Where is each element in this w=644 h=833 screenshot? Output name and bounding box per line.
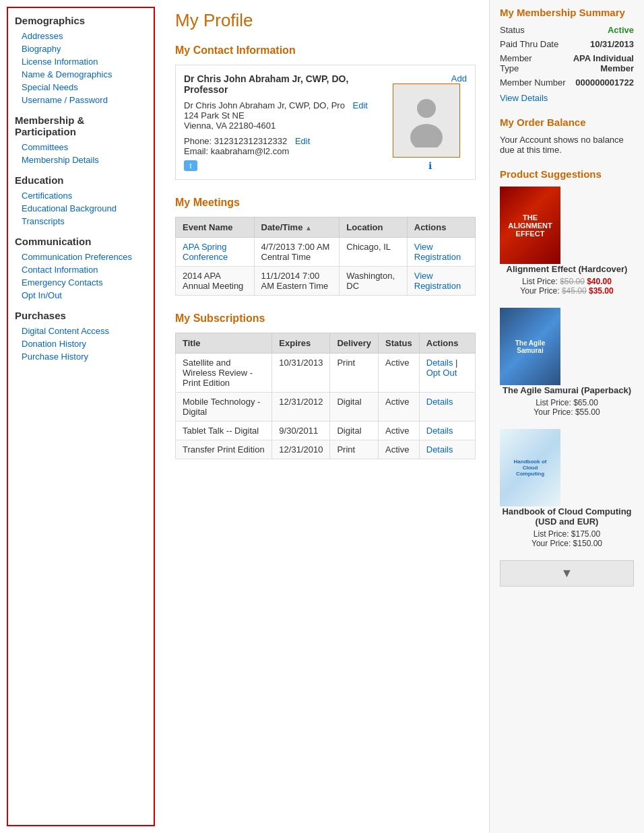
sub-col-title: Title [176, 333, 272, 354]
paid-thru-row: Paid Thru Date 10/31/2013 [500, 39, 634, 49]
add-photo-link[interactable]: Add [451, 73, 467, 84]
contact-box: Dr Chris John Abraham Jr, CWP, DO, Profe… [175, 65, 476, 180]
subscriptions-table: Title Expires Delivery Status Actions Sa… [175, 333, 476, 459]
contact-name: Dr Chris John Abraham Jr, CWP, DO, Profe… [184, 73, 383, 95]
page-title: My Profile [175, 10, 476, 31]
sub-title: Mobile Technology - Digital [176, 393, 272, 422]
status-label: Status [500, 25, 525, 35]
sidebar-item-purchase-history[interactable]: Purchase History [15, 350, 147, 363]
order-balance-title: My Order Balance [500, 116, 634, 128]
sidebar-item-digital-content-access[interactable]: Digital Content Access [15, 325, 147, 337]
sidebar-section-title-membership-&-participation: Membership & Participation [15, 114, 147, 137]
sidebar-item-transcripts[interactable]: Transcripts [15, 215, 147, 228]
sub-action-link-details[interactable]: Details [426, 397, 453, 407]
sub-status: Active [379, 393, 420, 422]
contact-details: Dr Chris John Abraham Jr, CWP, DO, Profe… [184, 73, 383, 171]
product-suggestions-section: Product Suggestions THEALIGNMENTEFFECT A… [500, 168, 634, 587]
product-suggestions-title: Product Suggestions [500, 168, 634, 180]
sidebar-item-username-password[interactable]: Username / Password [15, 94, 147, 106]
address-line2: 124 Park St NE [184, 110, 245, 121]
product-alignment-image: THEALIGNMENTEFFECT [500, 187, 560, 264]
sub-status: Active [379, 440, 420, 459]
meetings-table: Event Name Date/Time ▲ Location Actions … [175, 217, 476, 296]
sub-expires: 12/31/2010 [272, 440, 330, 459]
member-type-row: Member Type APA Individual Member [500, 53, 634, 73]
meeting-action: View Registration [407, 267, 475, 296]
svg-point-1 [410, 124, 443, 147]
contact-section: My Contact Information Dr Chris John Abr… [175, 44, 476, 180]
view-details-link[interactable]: View Details [500, 93, 634, 103]
sub-action-link-details[interactable]: Details [426, 444, 453, 455]
twitter-icon[interactable]: t [184, 160, 197, 171]
meetings-table-row: 2014 APA Annual Meeting11/1/2014 7:00 AM… [176, 267, 476, 296]
member-type-label: Member Type [500, 53, 548, 73]
meeting-action: View Registration [407, 238, 475, 267]
photo-info-icon[interactable]: ℹ [393, 160, 467, 171]
subscriptions-section: My Subscriptions Title Expires Delivery … [175, 312, 476, 459]
membership-summary-section: My Membership Summary Status Active Paid… [500, 7, 634, 103]
sidebar-item-name-demographics[interactable]: Name & Demographics [15, 68, 147, 81]
sidebar-item-educational-background[interactable]: Educational Background [15, 202, 147, 215]
meetings-section: My Meetings Event Name Date/Time ▲ Locat… [175, 197, 476, 296]
profile-photo [393, 84, 460, 158]
meeting-event-link[interactable]: APA Spring Conference [183, 242, 228, 262]
sidebar-item-committees[interactable]: Committees [15, 141, 147, 154]
sub-col-status: Status [379, 333, 420, 354]
sidebar-item-opt-in-out[interactable]: Opt In/Out [15, 289, 147, 302]
member-type-value: APA Individual Member [548, 53, 634, 73]
contact-phone-email: Phone: 312312312312332 Edit Email: kaabr… [184, 136, 383, 156]
sidebar-section-title-demographics: Demographics [15, 15, 147, 26]
sidebar-item-biography[interactable]: Biography [15, 42, 147, 55]
meeting-location: Washington, DC [340, 267, 407, 296]
photo-area: Add ℹ [393, 73, 467, 171]
sidebar-item-communication-preferences[interactable]: Communication Preferences [15, 251, 147, 263]
sub-actions: Details | Opt Out [419, 354, 475, 393]
sub-action-link-details[interactable]: Details [426, 426, 453, 436]
sidebar-section-title-communication: Communication [15, 236, 147, 247]
address-line1: Dr Chris John Abraham Jr, CWP, DO, Pro [184, 100, 345, 110]
sub-action-link-opt-out[interactable]: Opt Out [426, 368, 457, 378]
meeting-location: Chicago, IL [340, 238, 407, 267]
meeting-date: 4/7/2013 7:00 AM Central Time [254, 238, 340, 267]
meetings-col-actions: Actions [407, 218, 475, 238]
sidebar-item-special-needs[interactable]: Special Needs [15, 81, 147, 94]
sub-action-link-details[interactable]: Details [426, 358, 453, 368]
paid-thru-label: Paid Thru Date [500, 39, 558, 49]
meeting-date: 11/1/2014 7:00 AM Eastern Time [254, 267, 340, 296]
address-line3: Vienna, VA 22180-4601 [184, 121, 276, 131]
sort-arrow: ▲ [305, 224, 312, 232]
meetings-table-row: APA Spring Conference4/7/2013 7:00 AM Ce… [176, 238, 476, 267]
product-cloud[interactable]: Handbook ofCloudComputing Handbook of Cl… [500, 429, 634, 548]
main-content: My Profile My Contact Information Dr Chr… [162, 0, 489, 833]
subscription-table-row: Satellite and Wireless Review - Print Ed… [176, 354, 476, 393]
sub-col-expires: Expires [272, 333, 330, 354]
product-cloud-title: Handbook of Cloud Computing (USD and EUR… [500, 506, 634, 527]
sidebar-item-license-information[interactable]: License Information [15, 55, 147, 68]
sidebar-section-title-purchases: Purchases [15, 310, 147, 321]
sub-title: Satellite and Wireless Review - Print Ed… [176, 354, 272, 393]
sidebar-item-certifications[interactable]: Certifications [15, 189, 147, 202]
order-balance-text: Your Account shows no balance due at thi… [500, 135, 634, 155]
scroll-down-button[interactable]: ▼ [500, 560, 634, 587]
sub-actions: Details [419, 440, 475, 459]
sidebar-item-addresses[interactable]: Addresses [15, 30, 147, 42]
sidebar-item-emergency-contacts[interactable]: Emergency Contacts [15, 276, 147, 289]
email-text: Email: kaabraham@l2.com [184, 146, 289, 156]
address-edit-link[interactable]: Edit [353, 100, 368, 110]
sub-status: Active [379, 422, 420, 440]
sub-delivery: Digital [330, 393, 379, 422]
sidebar-item-contact-information[interactable]: Contact Information [15, 263, 147, 276]
meeting-action-link[interactable]: View Registration [414, 271, 461, 291]
phone-edit-link[interactable]: Edit [295, 136, 310, 146]
sub-title: Tablet Talk -- Digital [176, 422, 272, 440]
product-alignment[interactable]: THEALIGNMENTEFFECT Alignment Effect (Har… [500, 187, 634, 296]
product-cloud-image: Handbook ofCloudComputing [500, 429, 560, 506]
sub-status: Active [379, 354, 420, 393]
sidebar-item-membership-details[interactable]: Membership Details [15, 154, 147, 166]
meeting-action-link[interactable]: View Registration [414, 242, 461, 262]
sidebar-item-donation-history[interactable]: Donation History [15, 337, 147, 350]
left-sidebar: DemographicsAddressesBiographyLicense In… [7, 7, 155, 826]
sub-actions: Details [419, 393, 475, 422]
product-agile[interactable]: The AgileSamurai The Agile Samurai (Pape… [500, 308, 634, 417]
contact-address: Dr Chris John Abraham Jr, CWP, DO, Pro E… [184, 100, 383, 131]
